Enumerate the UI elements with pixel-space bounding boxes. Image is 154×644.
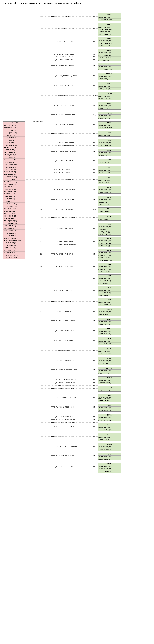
target-field: MANDT [CLNT (3)] xyxy=(98,114,121,117)
target-field: MANDT [CLNT (3)] xyxy=(98,26,121,28)
target-table: FERC_C7MANDT [CLNT (3)]IND [CHAR (4)] xyxy=(98,72,121,80)
target-field: PRART [CHAR (2)] xyxy=(98,342,121,345)
main-field: VNAME [CHAR (6)] xyxy=(3,242,25,244)
target-table: TAIF5MANDT [CLNT (3)]SIZECL [CHAR (2)] xyxy=(98,298,121,306)
target-field: SUBCLASS [CHAR (5)] xyxy=(98,259,121,261)
cardinality-right: 0..N xyxy=(93,75,95,76)
cardinality-right: 0..N xyxy=(93,396,95,398)
main-field: ZSCHM [CHAR (7)] xyxy=(3,212,25,215)
relation-label: PRPS_WU-KVEWE = T681V-KVEWE xyxy=(51,217,75,218)
target-field: TPLNR [CHAR (30)] xyxy=(98,88,121,90)
cardinality-left: 0..N xyxy=(40,16,42,17)
target-field: MANDT [CLNT (3)] xyxy=(98,66,121,68)
main-table-title: PRPS_WU xyxy=(3,122,25,124)
relation-label: PRPS_WU-AKOKR = TKA01-KOKRS xyxy=(51,416,75,418)
target-field: MANDT [CLNT (3)] xyxy=(98,416,121,419)
relation-label: PRPS_WU-USR07 = TCURC-WAERS xyxy=(51,384,75,386)
page-title: SAP ABAP table PRPS_WU {Structure for Wh… xyxy=(3,2,152,4)
main-field: USR03 [CHAR (10)] xyxy=(3,176,25,178)
target-table-title: TAPRF xyxy=(98,308,121,311)
target-field: MANDT [CLNT (3)] xyxy=(98,179,121,181)
target-field: MANDT [CLNT (3)] xyxy=(98,152,121,154)
target-field: WERKS [CHAR (4)] xyxy=(98,154,121,156)
target-field: MANDT [CLNT (3)] xyxy=(98,266,121,268)
cardinality-right: 0..N xyxy=(93,145,95,146)
relation-label: PRPS_WU-ABGSL = TKKAA-ABGSL xyxy=(51,426,75,427)
target-field: MANDT [CLNT (3)] xyxy=(98,277,121,280)
target-table-title: PRPSS xyxy=(98,112,121,114)
cardinality-right: 0..N xyxy=(93,301,95,302)
target-field: MANDT [CLNT (3)] xyxy=(98,330,121,333)
relation-label: PRPS_WU-VNAME = T8JV-VNAME xyxy=(51,290,74,291)
relation-label: PRPS_WU-KAPPL = T681A-KAPPL xyxy=(51,209,74,210)
target-table: T681VKVEWE [CHAR (1)] xyxy=(98,215,121,220)
cardinality-right: (0,1) xyxy=(93,95,96,96)
relation-label: PRPS_WU-AENNR = AENR-AENNR xyxy=(51,16,74,17)
main-field: ISIZE [CHAR (2)] xyxy=(3,227,25,230)
main-field: IZWEK [CHAR (2)] xyxy=(3,183,25,186)
target-table: T000MANDT [CLNT (3)] xyxy=(98,131,121,136)
cardinality-right: 0..N xyxy=(93,40,95,42)
cardinality-right: 0..N xyxy=(93,199,95,201)
relation-label: PRPS_WU-PBUKR = T001-BUKRS xyxy=(51,144,74,146)
target-table: EQUIMANDT [CLNT (3)]EQUNR [CHAR (18)] xyxy=(98,63,121,70)
target-field: MANDT [CLNT (3)] xyxy=(98,456,121,458)
target-table-title: TCURC xyxy=(98,376,121,379)
target-field: TXJCD [CHAR (15)] xyxy=(98,470,121,472)
relation-label: PRPS_WU-ISIZE = TAIF5-SIZECL xyxy=(51,300,73,302)
relation-label: PRPS_WU-ABUKR = T001-BUKRS xyxy=(51,142,74,143)
target-table: TCJ04MANDT [CLNT (3)]VERNR [NUMC (8)] xyxy=(98,318,121,326)
target-table-title: TAIF5 xyxy=(98,298,121,301)
target-field: MANDT [CLNT (3)] xyxy=(98,426,121,429)
target-field: VNAME [CHAR (6)] xyxy=(98,294,121,296)
target-table-title: TKA01 xyxy=(98,414,121,416)
target-table-title: ONR00 xyxy=(98,92,121,95)
cardinality-right: 0..N xyxy=(93,188,95,190)
cardinality-right: 0..N xyxy=(93,172,95,173)
target-table: PRPSSMANDT [CLNT (3)]PSPNR [NUMC (8)] xyxy=(98,112,121,120)
target-field: MANDT [CLNT (3)] xyxy=(98,85,121,88)
cardinality-left: (0,1) xyxy=(40,228,43,229)
target-field: MANDT [CLNT (3)] xyxy=(98,240,121,242)
main-table: PRPS_WU MANDT [CLNT (3)]OBJNR [CHAR (22)… xyxy=(3,122,25,259)
relation-label: PRPS_WU-IZWEK = T087I-IZWEK xyxy=(51,178,73,180)
cardinality-left: 0..N xyxy=(40,244,42,245)
target-table-title: T681A xyxy=(98,208,121,210)
main-field: FABKL [CHAR (2)] xyxy=(3,171,25,173)
target-field: MANDT [CLNT (3)] xyxy=(98,301,121,304)
main-field: JIBSA [CHAR (5)] xyxy=(3,252,25,254)
cardinality-right: (0,1) xyxy=(93,209,96,210)
relation-label: PRPS_WU-PSPHI = PROJ-PSPNR xyxy=(51,104,74,106)
target-field: MANDT [CLNT (3)] xyxy=(98,370,121,372)
relation-label: PRPS_WU-RECID = T8JJ-RECID xyxy=(51,266,73,268)
target-table: T683MANDT [CLNT (3)]KVEWE [CHAR (1)]KAPP… xyxy=(98,223,121,236)
target-table: TCNRPIPMANDT [CLNT (3)]RFPNT [CHAR (20)] xyxy=(98,367,121,374)
target-field: MANDT [CLNT (3)] xyxy=(98,320,121,323)
target-field: BUKRS [CHAR (4)] xyxy=(98,292,121,294)
main-field: KALSM [CHAR (6)] xyxy=(3,154,25,156)
main-field: ETYPE [CHAR (3)] xyxy=(3,247,25,249)
target-field: MANDT [CLNT (3)] xyxy=(98,189,121,191)
main-field: IUMKZ [CHAR (2)] xyxy=(3,188,25,190)
relation-label: PRPS_WU-FABKL = TFACD-IDENT xyxy=(51,388,74,389)
cardinality-left: (0,1) xyxy=(40,253,43,255)
target-field: EQUNR [CHAR (18)] xyxy=(98,68,121,70)
relation-label: PRPS_WU-MANDT = T000-MANDT xyxy=(51,133,74,134)
target-field: MANDT [CLNT (3)] xyxy=(98,198,121,201)
main-field: USE04 [UNIT (3)] xyxy=(3,195,25,198)
target-field: KSTRG [CHAR (12)] xyxy=(98,42,121,45)
target-table-title: TGSB xyxy=(98,404,121,406)
target-field: MANDT [CLNT (3)] xyxy=(98,52,121,54)
relation-label: PRPS_WU-PWPOS = TCURC-WAERS xyxy=(51,379,76,380)
main-field: IZWEK [CHAR (2)] xyxy=(3,225,25,227)
target-field: KOKRS [CHAR (4)] xyxy=(98,419,121,421)
main-field: EQUNR [CHAR (18)] xyxy=(3,178,25,180)
relation-label: PRPS_WU-SPSNR = PRPSS-PSPNR xyxy=(51,114,75,116)
target-field: FKBER [CHAR (16)] xyxy=(98,399,121,402)
diagram-canvas: PRPS_WU MANDT [CLNT (3)]OBJNR [CHAR (22)… xyxy=(2,7,152,644)
target-field: WAERS [CUKY (5)] xyxy=(98,382,121,384)
relation-label: PRPS_WU-KALSM = T683-KALSM xyxy=(51,228,74,229)
target-field: MANDT [CLNT (3)] xyxy=(98,406,121,409)
cardinality-left: (0,1) xyxy=(40,240,43,242)
target-field: DATBI [DATS (8)] xyxy=(98,31,121,33)
